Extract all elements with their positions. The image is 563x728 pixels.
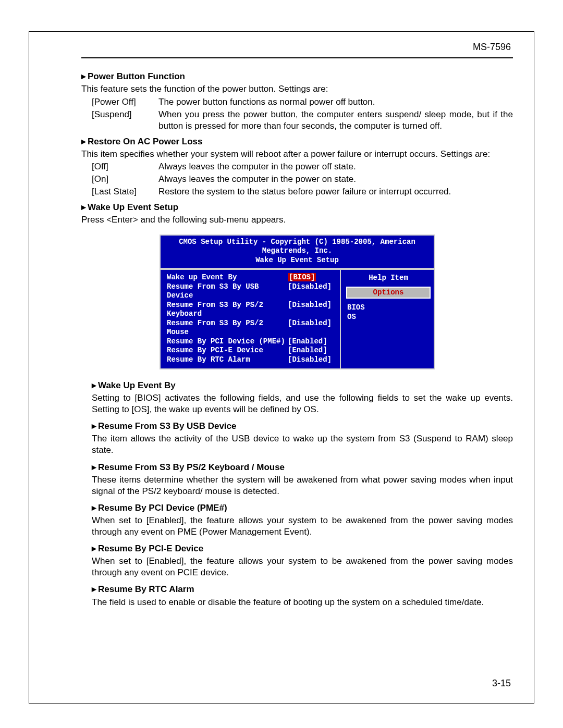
- section-restore-ac-title: ▸Restore On AC Power Loss: [81, 136, 513, 147]
- bios-val: [Disabled]: [288, 319, 335, 337]
- header-model: MS-7596: [81, 41, 513, 53]
- triangle-icon: ▸: [81, 71, 88, 82]
- bios-option: BIOS: [347, 303, 430, 312]
- bios-key: Resume From S3 By PS/2 Mouse: [167, 319, 288, 337]
- sub-resume-pcie-body: When set to [Enabled], the feature allow…: [92, 556, 513, 578]
- bios-row: Resume By RTC Alarm[Disabled]: [167, 355, 335, 365]
- section-power-button-intro: This feature sets the function of the po…: [81, 83, 513, 95]
- bios-row: Wake up Event By[BIOS]: [167, 273, 335, 282]
- triangle-icon: ▸: [92, 462, 98, 473]
- triangle-icon: ▸: [92, 380, 98, 391]
- section-restore-ac-intro: This item specifies whether your system …: [81, 149, 513, 160]
- bios-key: Resume From S3 By USB Device: [167, 282, 288, 301]
- option-row: [Last State] Restore the system to the s…: [92, 186, 513, 198]
- option-label: [Power Off]: [92, 96, 158, 108]
- bios-val: [Enabled]: [288, 346, 335, 355]
- sub-resume-pcie-title: ▸Resume By PCI-E Device: [92, 543, 513, 554]
- sub-resume-pci-title: ▸Resume By PCI Device (PME#): [92, 502, 513, 514]
- option-desc: Always leaves the computer in the power …: [158, 161, 513, 172]
- section-title-text: Wake Up Event By: [98, 380, 176, 390]
- option-desc: Restore the system to the status before …: [158, 186, 513, 198]
- bios-key: Resume By PCI Device (PME#): [167, 337, 288, 347]
- content-frame: MS-7596 ▸Power Button Function This feat…: [29, 31, 534, 704]
- bios-title-line2: Wake Up Event Setup: [164, 256, 431, 265]
- bios-key: Resume By PCI-E Device: [167, 346, 288, 355]
- option-desc: Always leaves the computer in the power …: [158, 174, 513, 185]
- bios-help-header: Help Item: [347, 273, 430, 282]
- bios-key: Resume By RTC Alarm: [167, 355, 288, 365]
- section-title-text: Restore On AC Power Loss: [88, 137, 202, 146]
- sub-resume-ps2-title: ▸Resume From S3 By PS/2 Keyboard / Mouse: [92, 462, 513, 473]
- bios-options-bar: Options: [346, 287, 431, 299]
- bios-left-pane: Wake up Event By[BIOS] Resume From S3 By…: [161, 270, 341, 368]
- header-rule: [81, 57, 513, 58]
- bios-title-bar: CMOS Setup Utility - Copyright (C) 1985-…: [160, 235, 435, 269]
- option-row: [Power Off] The power button functions a…: [92, 96, 513, 108]
- sub-wakeup-event-by-title: ▸Wake Up Event By: [92, 380, 513, 391]
- section-power-button-title: ▸Power Button Function: [81, 71, 513, 82]
- bios-key: Wake up Event By: [167, 273, 288, 282]
- sub-resume-usb-body: The item allows the activity of the USB …: [92, 433, 513, 456]
- bios-right-pane: Help Item Options BIOS OS: [341, 270, 434, 368]
- section-title-text: Resume From S3 By USB Device: [98, 421, 237, 431]
- triangle-icon: ▸: [92, 502, 98, 514]
- section-title-text: Resume By PCI Device (PME#): [98, 503, 227, 513]
- section-wakeup-setup-title: ▸Wake Up Event Setup: [81, 202, 513, 213]
- option-row: [Suspend] When you press the power butto…: [92, 109, 513, 132]
- section-title-text: Resume From S3 By PS/2 Keyboard / Mouse: [98, 462, 285, 472]
- bios-option: OS: [347, 312, 430, 322]
- bios-val: [Disabled]: [288, 301, 335, 319]
- page-number: 3-15: [492, 677, 511, 689]
- bios-row: Resume From S3 By USB Device[Disabled]: [167, 282, 335, 301]
- sub-wakeup-event-by-body: Setting to [BIOS] activates the followin…: [92, 392, 513, 415]
- bios-row: Resume From S3 By PS/2 Keyboard[Disabled…: [167, 301, 335, 319]
- triangle-icon: ▸: [92, 543, 98, 554]
- sub-resume-usb-title: ▸Resume From S3 By USB Device: [92, 421, 513, 432]
- sub-resume-rtc-title: ▸Resume By RTC Alarm: [92, 584, 513, 595]
- bios-val: [Disabled]: [288, 282, 335, 301]
- option-label: [On]: [92, 174, 158, 185]
- section-title-text: Resume By PCI-E Device: [98, 544, 203, 553]
- option-label: [Last State]: [92, 186, 158, 198]
- option-row: [On] Always leaves the computer in the p…: [92, 174, 513, 185]
- triangle-icon: ▸: [81, 202, 88, 213]
- section-wakeup-setup-intro: Press <Enter> and the following sub-menu…: [81, 214, 513, 226]
- option-label: [Suspend]: [92, 109, 158, 132]
- page: MS-7596 ▸Power Button Function This feat…: [0, 0, 563, 728]
- bios-screenshot: CMOS Setup Utility - Copyright (C) 1985-…: [160, 235, 435, 370]
- option-row: [Off] Always leaves the computer in the …: [92, 161, 513, 172]
- bios-title-line1: CMOS Setup Utility - Copyright (C) 1985-…: [164, 238, 431, 256]
- sub-resume-ps2-body: These items determine whether the system…: [92, 474, 513, 497]
- bios-body: Wake up Event By[BIOS] Resume From S3 By…: [160, 269, 435, 369]
- bios-key: Resume From S3 By PS/2 Keyboard: [167, 301, 288, 319]
- section-title-text: Resume By RTC Alarm: [98, 584, 194, 594]
- sub-resume-rtc-body: The field is used to enable or disable t…: [92, 597, 513, 608]
- option-desc: The power button functions as normal pow…: [158, 96, 513, 108]
- triangle-icon: ▸: [92, 421, 98, 432]
- bios-selected-value: [BIOS]: [288, 273, 316, 281]
- section-title-text: Power Button Function: [88, 71, 185, 81]
- subsections: ▸Wake Up Event By Setting to [BIOS] acti…: [92, 380, 513, 608]
- bios-val: [Disabled]: [288, 355, 335, 365]
- bios-row: Resume By PCI Device (PME#)[Enabled]: [167, 337, 335, 347]
- option-desc: When you press the power button, the com…: [158, 109, 513, 132]
- bios-val: [Enabled]: [288, 337, 335, 347]
- triangle-icon: ▸: [81, 136, 88, 147]
- bios-row: Resume From S3 By PS/2 Mouse[Disabled]: [167, 319, 335, 337]
- sub-resume-pci-body: When set to [Enabled], the feature allow…: [92, 515, 513, 538]
- triangle-icon: ▸: [92, 584, 98, 595]
- bios-row: Resume By PCI-E Device[Enabled]: [167, 346, 335, 355]
- section-title-text: Wake Up Event Setup: [88, 202, 178, 212]
- option-label: [Off]: [92, 161, 158, 172]
- bios-val: [BIOS]: [288, 273, 335, 282]
